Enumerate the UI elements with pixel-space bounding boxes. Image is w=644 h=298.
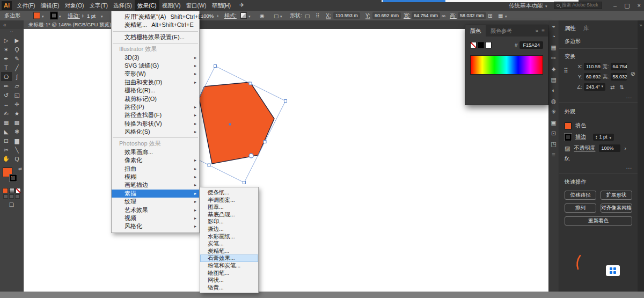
quick-action-button[interactable]: 位移路径 (565, 191, 596, 200)
opacity-value[interactable]: 100% (201, 13, 214, 19)
expand-panels-icon[interactable]: » (639, 23, 642, 28)
magic-wand-tool[interactable]: ✶ (1, 45, 12, 54)
quick-action-button[interactable]: 排列 (565, 203, 596, 213)
scale-tool[interactable]: ◱ (12, 90, 23, 99)
style-swatch[interactable] (240, 12, 247, 19)
submenu-item[interactable]: 粉笔和炭笔... (200, 262, 258, 270)
collapse-panels-icon[interactable]: « (0, 22, 24, 28)
color-spectrum-bar[interactable] (470, 55, 543, 75)
tab-properties[interactable]: 属性 (565, 25, 576, 32)
menu-item[interactable]: 素描 ▸ (112, 190, 199, 198)
polygon-shape[interactable] (199, 82, 274, 164)
color-button[interactable] (3, 188, 8, 193)
opacity-panel-arrow-icon[interactable]: › (217, 13, 218, 19)
menu-item[interactable]: 栅格化(R)... ▸ (112, 86, 199, 95)
submenu-item[interactable]: 影印... (200, 218, 258, 226)
menu-item[interactable]: 扭曲 ▸ (112, 165, 199, 173)
menu-item[interactable]: Photoshop 效果 ▸ (112, 140, 199, 148)
flip-vertical-icon[interactable]: ⇅ (619, 84, 624, 90)
menu-item[interactable]: 文档栅格效果设置(E)... ▸ (112, 33, 199, 41)
quick-action-button[interactable]: 重新着色 (565, 216, 632, 226)
selection-handle[interactable] (284, 100, 287, 103)
stroke-swatch[interactable] (10, 175, 17, 181)
graphic-styles-panel-icon[interactable]: ✳ (551, 106, 556, 117)
gradient-panel-icon[interactable]: ◐ (552, 85, 555, 96)
paintbrush-tool[interactable]: ʃ (12, 72, 23, 81)
submenu-item[interactable]: 半调图案... (200, 197, 258, 204)
white-swatch[interactable] (485, 42, 492, 48)
reference-point-icon[interactable]: ⠿ (564, 67, 568, 75)
menu-item[interactable]: 视频 ▸ (112, 214, 199, 222)
menubar-item[interactable]: 窗口(W) (184, 0, 209, 11)
quick-action-button[interactable]: 对齐像素网格 (601, 203, 632, 213)
selection-handle[interactable] (243, 181, 246, 184)
menu-item[interactable]: 扭曲和变换(D) ▸ (112, 78, 199, 86)
eraser-tool[interactable]: ▱ (12, 81, 23, 90)
color-panel-icon[interactable]: ◒ (552, 20, 555, 31)
layers-panel-icon[interactable]: ▣ (551, 117, 556, 128)
artboards-panel-icon[interactable]: ⊡ (551, 128, 556, 139)
y-field[interactable]: 60.692 m (584, 73, 601, 81)
none-swatch[interactable] (470, 42, 477, 48)
workspace-switcher[interactable]: 传统基本功能 (509, 0, 547, 11)
menu-item[interactable]: 路径查找器(F) ▸ (112, 111, 199, 119)
x-field[interactable]: 110.593 (584, 63, 601, 70)
width-tool[interactable]: ↔ (1, 99, 12, 108)
opacity-panel-arrow-icon[interactable]: › (624, 146, 626, 151)
stroke-color-swatch[interactable] (50, 12, 57, 19)
expand-panel-icon[interactable]: » (536, 28, 539, 34)
angle-field[interactable]: 243.4° (584, 83, 605, 91)
shaper-tool[interactable]: ✍ (1, 108, 12, 118)
draw-behind-button[interactable] (9, 194, 14, 199)
fx-button[interactable]: fx. (559, 156, 638, 162)
share-icon[interactable]: ✈ (239, 2, 244, 9)
pen-tool[interactable]: ✒ (1, 54, 12, 63)
align-options-icon[interactable]: ▢ (274, 13, 279, 19)
menu-item[interactable]: 炭精笔... Alt+Shift+Ctrl+E ▸ (112, 21, 199, 29)
minimize-button[interactable]: – (613, 0, 617, 11)
gradient-tool[interactable]: ▩ (12, 118, 23, 127)
tab-color[interactable]: 颜色 (465, 25, 486, 37)
stroke-weight-value[interactable]: 1 pt (87, 13, 96, 19)
chevron-down-icon[interactable] (42, 13, 44, 19)
menubar-item[interactable]: 编辑(E) (38, 0, 62, 11)
stroke-weight-label[interactable]: 描边: (68, 12, 80, 19)
direct-selection-tool[interactable]: ▶ (12, 35, 23, 45)
opacity-label[interactable]: 不透明度 (574, 144, 595, 152)
submenu-item[interactable]: 撕边... (200, 226, 258, 233)
menu-item[interactable]: 画笔描边 ▸ (112, 181, 199, 189)
menu-item[interactable]: ▸ (113, 43, 198, 43)
chevron-down-icon[interactable] (248, 13, 251, 19)
search-box[interactable]: 搜索 Adobe Stock (554, 2, 602, 9)
artboard-tool[interactable]: ⊡ (1, 136, 12, 145)
constrain-off-icon[interactable]: ⊘ (631, 70, 635, 77)
quick-action-button[interactable]: 扩展形状 (601, 191, 632, 200)
menu-item[interactable]: Illustrator 效果 ▸ (112, 45, 199, 53)
fill-color-swatch[interactable] (33, 12, 40, 19)
stroke-panel-icon[interactable]: ▤ (551, 74, 556, 85)
asset-export-panel-icon[interactable]: ◳ (551, 139, 556, 149)
chevron-down-icon[interactable] (59, 13, 61, 19)
zoom-tool[interactable]: Q (12, 154, 23, 163)
submenu-item[interactable]: 网状... (200, 277, 258, 284)
draw-inside-button[interactable] (15, 194, 20, 199)
reference-point-icon[interactable]: ⠿ (316, 13, 319, 19)
type-tool[interactable]: T (1, 63, 12, 72)
swatches-panel-icon[interactable]: ▦ (551, 42, 556, 53)
transparency-panel-icon[interactable]: ◍ (551, 96, 557, 106)
selection-tool[interactable]: ▷ (1, 35, 12, 45)
more-options-icon[interactable]: ▦ (498, 13, 503, 19)
appearance-more-options[interactable]: ... (559, 164, 638, 172)
gradient-button[interactable] (9, 188, 14, 193)
transform-more-options[interactable]: ... (559, 93, 638, 101)
line-segment-tool[interactable]: ╱ (12, 63, 23, 72)
menubar-item[interactable]: 选择(S) (111, 0, 135, 11)
submenu-item[interactable]: 铬黄... (200, 284, 258, 292)
graph-tool[interactable]: ▆ (12, 136, 23, 145)
menu-item[interactable]: 变形(W) ▸ (112, 70, 199, 78)
submenu-item[interactable]: 图章... (200, 203, 258, 211)
menu-item[interactable]: 风格化 ▸ (112, 222, 199, 230)
selection-handle[interactable] (214, 65, 217, 68)
menu-item[interactable]: 效果画廊... ▸ (112, 148, 199, 156)
curvature-tool[interactable]: ✎ (12, 54, 23, 63)
